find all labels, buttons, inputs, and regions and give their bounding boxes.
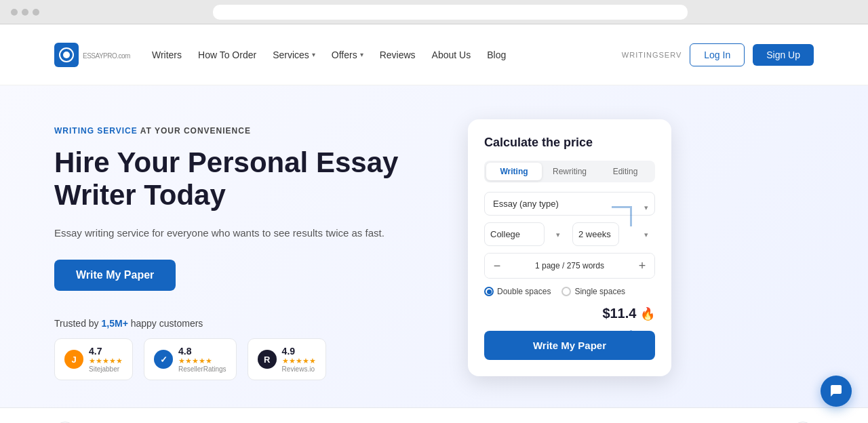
browser-dot-3: [33, 9, 39, 16]
nav-links: Writers How To Order Services ▾ Offers ▾…: [152, 49, 622, 60]
bottom-section: ‹ › Team of Professional Essay Writers: [0, 407, 868, 423]
page: ESSAYPRO.com Writers How To Order Servic…: [0, 24, 868, 423]
spacing-double[interactable]: Double spaces: [484, 287, 551, 296]
resellerratings-stars: ★★★★★: [178, 357, 226, 365]
nav-item-how-to-order[interactable]: How To Order: [198, 49, 256, 60]
calc-tab-editing[interactable]: Editing: [597, 163, 653, 180]
calculator-card: Calculate the price Writing Rewriting Ed…: [468, 119, 671, 376]
rating-card-resellerratings: ✓ 4.8 ★★★★★ ResellerRatings: [144, 338, 237, 380]
nav-item-services[interactable]: Services ▾: [273, 49, 315, 60]
rating-card-reviewsio: R 4.9 ★★★★★ Reviews.io: [248, 338, 326, 380]
sitejabber-source: Sitejabber: [89, 365, 123, 373]
calc-title: Calculate the price: [484, 136, 655, 150]
spacing-single[interactable]: Single spaces: [561, 287, 625, 296]
pages-decrease-button[interactable]: −: [485, 254, 509, 278]
fire-icon: 🔥: [640, 307, 655, 321]
pages-info: 1 page / 275 words: [509, 261, 630, 270]
login-button[interactable]: Log In: [690, 43, 745, 66]
calc-tabs: Writing Rewriting Editing: [484, 161, 655, 182]
hero-title: Hire Your Personal Essay Writer Today: [54, 146, 427, 212]
nav-item-blog[interactable]: Blog: [487, 49, 506, 60]
resellerratings-icon: ✓: [154, 350, 173, 369]
resellerratings-score: 4.8: [178, 346, 226, 357]
logo[interactable]: ESSAYPRO.com: [54, 43, 130, 67]
browser-url-bar[interactable]: [213, 5, 688, 20]
decorative-corner-bottom: [612, 330, 632, 350]
hero-section: WRITING SERVICE AT YOUR CONVENIENCE Hire…: [0, 85, 868, 407]
signup-button[interactable]: Sign Up: [753, 44, 814, 66]
logo-icon: [54, 43, 79, 67]
chevron-down-icon: ▾: [312, 51, 315, 58]
trusted-section: Trusted by 1,5M+ happy customers J 4.7 ★…: [54, 318, 427, 380]
rating-card-sitejabber: J 4.7 ★★★★★ Sitejabber: [54, 338, 133, 380]
hero-cta-button[interactable]: Write My Paper: [54, 260, 176, 291]
reviewsio-source: Reviews.io: [282, 365, 316, 373]
nav-item-writers[interactable]: Writers: [152, 49, 182, 60]
calc-tab-rewriting[interactable]: Rewriting: [542, 163, 597, 180]
reviewsio-score: 4.9: [282, 346, 316, 357]
sitejabber-icon: J: [64, 350, 83, 369]
browser-chrome: [0, 0, 868, 24]
radio-double-spaces[interactable]: [484, 287, 494, 296]
nav-actions: WRITINGSERV Log In Sign Up: [622, 43, 814, 66]
resellerratings-source: ResellerRatings: [178, 365, 226, 373]
hero-left: WRITING SERVICE AT YOUR CONVENIENCE Hire…: [54, 126, 427, 380]
logo-text: ESSAYPRO.com: [83, 47, 130, 62]
radio-single-spaces[interactable]: [561, 287, 571, 296]
reviewsio-stars: ★★★★★: [282, 357, 316, 365]
hero-subtitle: Essay writing service for everyone who w…: [54, 226, 427, 241]
reviewsio-icon: R: [258, 350, 277, 369]
pages-increase-button[interactable]: +: [630, 254, 654, 278]
decorative-corner-top: [612, 206, 632, 226]
level-select-wrapper: College High School University Master's …: [484, 222, 567, 246]
browser-dot-2: [22, 9, 28, 16]
chat-button[interactable]: [821, 376, 852, 407]
navbar: ESSAYPRO.com Writers How To Order Servic…: [0, 24, 868, 85]
calc-price: $11.4 🔥: [484, 306, 655, 321]
nav-item-about-us[interactable]: About Us: [432, 49, 471, 60]
svg-point-1: [63, 52, 70, 58]
nav-item-offers[interactable]: Offers ▾: [332, 49, 363, 60]
trusted-text: Trusted by 1,5M+ happy customers: [54, 318, 427, 329]
browser-dot-1: [11, 9, 18, 16]
ratings-row: J 4.7 ★★★★★ Sitejabber ✓ 4.8 ★★★★★: [54, 338, 427, 380]
chevron-down-icon: ▾: [360, 51, 363, 58]
nav-item-reviews[interactable]: Reviews: [380, 49, 416, 60]
calc-wrapper: Calculate the price Writing Rewriting Ed…: [468, 126, 671, 376]
sitejabber-score: 4.7: [89, 346, 123, 357]
sitejabber-stars: ★★★★★: [89, 357, 123, 365]
hero-badge: WRITING SERVICE AT YOUR CONVENIENCE: [54, 126, 427, 136]
spacing-options: Double spaces Single spaces: [484, 287, 655, 296]
writing-serv-label: WRITINGSERV: [622, 51, 682, 59]
pages-control: − 1 page / 275 words +: [484, 253, 655, 279]
calc-tab-writing[interactable]: Writing: [486, 163, 542, 180]
level-select[interactable]: College High School University Master's …: [484, 222, 545, 246]
